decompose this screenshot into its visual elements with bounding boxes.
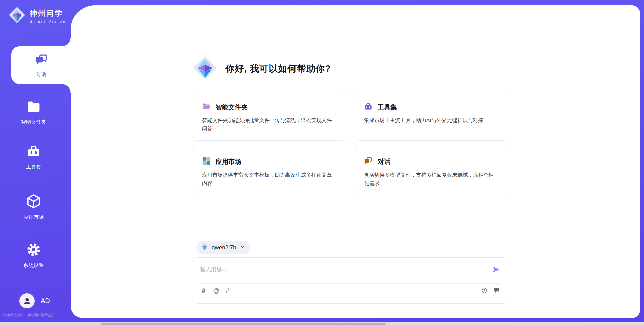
toolbox-icon: [26, 144, 41, 160]
feature-cards: 智能文件夹 智能文件夹功能支持批量文件上传与清洗，轻松实现文件问答 工具集: [192, 93, 508, 195]
apps-grid-icon: [202, 156, 211, 167]
sidebar-item-toolbox[interactable]: 工具集: [0, 144, 67, 170]
card-description: 智能文件夹功能支持批量文件上传与清洗，轻松实现文件问答: [202, 116, 337, 133]
model-logo-diamond-icon: [201, 243, 208, 252]
sidebar: 神州问学 Smart Vision 对话 智能文件夹: [0, 0, 71, 325]
tab-fillet-bottom: [62, 84, 71, 93]
model-name: qwen2:7b: [212, 244, 236, 251]
sidebar-item-label: 对话: [36, 71, 46, 78]
card-title: 应用市场: [216, 157, 241, 166]
toolbox-icon: [364, 102, 373, 112]
sidebar-item-chat[interactable]: 对话: [11, 46, 71, 84]
greeting: 你好, 我可以如何帮助你?: [193, 56, 331, 82]
sidebar-item-label: 系统设置: [23, 262, 44, 269]
conversation-bubble-icon[interactable]: [493, 287, 500, 294]
card-chat[interactable]: 对话 灵活切换多模型文件，支持多样回复效果调试，满足个性化需求: [354, 148, 508, 195]
cube-icon: [26, 194, 41, 210]
sidebar-item-app-market[interactable]: 应用市场: [0, 194, 67, 220]
scrollbar-thumb[interactable]: [101, 323, 386, 325]
tab-fillet-top: [62, 38, 71, 46]
card-title: 工具集: [378, 103, 397, 112]
card-description: 应用市场提供丰富长文本模板，助力高效生成多样化文章内容: [202, 171, 337, 187]
main-panel: 你好, 我可以如何帮助你? 智能文件夹 智能文件夹功能支持批量文件上传与清洗，轻…: [71, 5, 640, 318]
hash-icon[interactable]: #: [226, 287, 229, 295]
message-composer: @ #: [192, 257, 508, 304]
sidebar-item-label: 应用市场: [23, 214, 44, 220]
horizontal-scrollbar[interactable]: [0, 322, 644, 325]
avatar: [19, 293, 35, 308]
brand-logo-diamond-icon: [9, 7, 25, 25]
chat-bubbles-icon: [34, 53, 48, 68]
brand-subtitle: Smart Vision: [30, 19, 66, 23]
sidebar-item-label: 工具集: [26, 164, 41, 170]
card-app-market[interactable]: 应用市场 应用市场提供丰富长文本模板，助力高效生成多样化文章内容: [192, 148, 346, 195]
main-content: 你好, 我可以如何帮助你? 智能文件夹 智能文件夹功能支持批量文件上传与清洗，轻…: [192, 5, 508, 318]
history-icon[interactable]: [481, 287, 488, 294]
card-title: 对话: [378, 157, 390, 166]
gear-icon: [26, 242, 41, 259]
folder-icon: [26, 99, 41, 115]
brand-name: 神州问学: [30, 8, 66, 18]
card-title: 智能文件夹: [216, 103, 248, 112]
message-input[interactable]: [200, 264, 489, 274]
sidebar-item-label: 智能文件夹: [21, 119, 46, 125]
card-toolbox[interactable]: 工具集 集成市场上主流工具，助力AI与外界无缝扩展与对接: [354, 93, 508, 141]
user-profile[interactable]: AD: [19, 293, 50, 308]
folder-icon: [202, 102, 211, 112]
copyright-text: ©神州数码 · 神州问学出品: [3, 312, 53, 318]
card-description: 灵活切换多模型文件，支持多样回复效果调试，满足个性化需求: [364, 171, 499, 187]
card-description: 集成市场上主流工具，助力AI与外界无缝扩展与对接: [364, 116, 499, 124]
sidebar-item-settings[interactable]: 系统设置: [0, 242, 67, 269]
card-smart-folder[interactable]: 智能文件夹 智能文件夹功能支持批量文件上传与清洗，轻松实现文件问答: [192, 93, 346, 141]
chat-bubbles-icon: [364, 156, 373, 167]
chevron-down-icon: [240, 244, 245, 251]
mention-at-icon[interactable]: @: [213, 287, 219, 295]
greeting-title: 你好, 我可以如何帮助你?: [225, 63, 331, 75]
composer-divider: [200, 283, 501, 284]
user-name: AD: [41, 297, 50, 305]
brand: 神州问学 Smart Vision: [9, 7, 66, 25]
greeting-logo-diamond-icon: [193, 56, 217, 82]
send-icon[interactable]: [492, 266, 500, 274]
attach-paperclip-icon[interactable]: [200, 288, 207, 294]
model-selector[interactable]: qwen2:7b: [196, 241, 250, 254]
sidebar-item-smart-folder[interactable]: 智能文件夹: [0, 99, 67, 125]
